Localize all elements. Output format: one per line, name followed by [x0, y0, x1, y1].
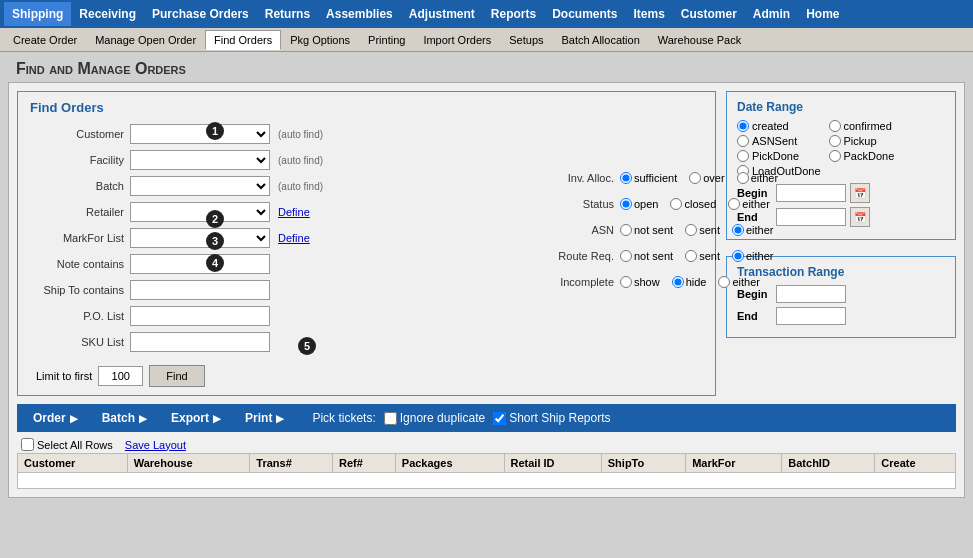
- ship-to-input[interactable]: [130, 280, 270, 300]
- date-confirmed[interactable]: [829, 120, 841, 132]
- customer-auto: (auto find): [278, 129, 323, 140]
- retailer-select[interactable]: [130, 202, 270, 222]
- note-contains-input[interactable]: [130, 254, 270, 274]
- orders-table: Customer Warehouse Trans# Ref# Packages …: [17, 453, 956, 489]
- order-button[interactable]: Order ▶: [21, 407, 90, 429]
- incomplete-hide[interactable]: [672, 276, 684, 288]
- nav-shipping[interactable]: Shipping: [4, 2, 71, 26]
- asn-label: ASN: [500, 219, 620, 241]
- inv-alloc-sufficient[interactable]: [620, 172, 632, 184]
- nav-admin[interactable]: Admin: [745, 2, 798, 26]
- col-create: Create: [875, 454, 956, 473]
- select-all-checkbox[interactable]: [21, 438, 34, 451]
- col-retail-id: Retail ID: [504, 454, 601, 473]
- nav-customer[interactable]: Customer: [673, 2, 745, 26]
- customer-label: Customer: [30, 128, 130, 140]
- trans-end-input[interactable]: [776, 307, 846, 325]
- nav-home[interactable]: Home: [798, 2, 847, 26]
- customer-select[interactable]: [130, 124, 270, 144]
- limit-label: Limit to first: [36, 370, 92, 382]
- subnav-printing[interactable]: Printing: [359, 30, 414, 50]
- nav-items[interactable]: Items: [625, 2, 672, 26]
- subnav-batch-allocation[interactable]: Batch Allocation: [553, 30, 649, 50]
- asn-either[interactable]: [732, 224, 744, 236]
- asn-sent[interactable]: [685, 224, 697, 236]
- col-markfor: MarkFor: [686, 454, 782, 473]
- print-arrow: ▶: [276, 413, 284, 424]
- status-closed[interactable]: [670, 198, 682, 210]
- subnav-import-orders[interactable]: Import Orders: [414, 30, 500, 50]
- asn-not-sent[interactable]: [620, 224, 632, 236]
- retailer-label: Retailer: [30, 206, 130, 218]
- print-button[interactable]: Print ▶: [233, 407, 296, 429]
- route-req-either[interactable]: [732, 250, 744, 262]
- annotation-4: 4: [206, 254, 224, 272]
- nav-reports[interactable]: Reports: [483, 2, 544, 26]
- retailer-define[interactable]: Define: [278, 206, 310, 218]
- po-list-input[interactable]: [130, 306, 270, 326]
- col-batchid: BatchID: [782, 454, 875, 473]
- export-button[interactable]: Export ▶: [159, 407, 233, 429]
- ignore-duplicate-checkbox[interactable]: [384, 412, 397, 425]
- subnav-create-order[interactable]: Create Order: [4, 30, 86, 50]
- inv-alloc-over[interactable]: [689, 172, 701, 184]
- nav-adjustment[interactable]: Adjustment: [401, 2, 483, 26]
- end-date-input[interactable]: [776, 208, 846, 226]
- page-title: Find and Manage Orders: [0, 52, 973, 82]
- markfor-define[interactable]: Define: [278, 232, 310, 244]
- subnav-find-orders[interactable]: Find Orders: [205, 30, 281, 50]
- order-arrow: ▶: [70, 413, 78, 424]
- route-req-sent[interactable]: [685, 250, 697, 262]
- short-ship-reports-checkbox[interactable]: [493, 412, 506, 425]
- facility-select[interactable]: [130, 150, 270, 170]
- date-packdone[interactable]: [829, 150, 841, 162]
- end-calendar-icon[interactable]: 📅: [850, 207, 870, 227]
- find-button[interactable]: Find: [149, 365, 204, 387]
- date-pickup[interactable]: [829, 135, 841, 147]
- sku-list-input[interactable]: [130, 332, 270, 352]
- route-req-label: Route Req.: [500, 245, 620, 267]
- asn-radios: not sent sent either: [620, 224, 773, 236]
- save-layout-link[interactable]: Save Layout: [125, 439, 186, 451]
- subnav-warehouse-pack[interactable]: Warehouse Pack: [649, 30, 750, 50]
- markfor-select[interactable]: [130, 228, 270, 248]
- nav-returns[interactable]: Returns: [257, 2, 318, 26]
- status-either[interactable]: [728, 198, 740, 210]
- subnav-manage-open-order[interactable]: Manage Open Order: [86, 30, 205, 50]
- incomplete-show[interactable]: [620, 276, 632, 288]
- batch-select[interactable]: [130, 176, 270, 196]
- begin-calendar-icon[interactable]: 📅: [850, 183, 870, 203]
- nav-documents[interactable]: Documents: [544, 2, 625, 26]
- ignore-duplicate-label[interactable]: Ignore duplicate: [384, 411, 485, 425]
- markfor-list-label: MarkFor List: [30, 232, 130, 244]
- select-all-label[interactable]: Select All Rows: [21, 438, 113, 451]
- nav-receiving[interactable]: Receiving: [71, 2, 144, 26]
- facility-label: Facility: [30, 154, 130, 166]
- annotation-1: 1: [206, 122, 224, 140]
- ship-to-label: Ship To contains: [30, 284, 130, 296]
- action-bar: Order ▶ Batch ▶ Export ▶ Print ▶ Pick ti…: [17, 404, 956, 432]
- date-packdone-label: PackDone: [844, 150, 895, 162]
- inv-alloc-label: Inv. Alloc.: [500, 167, 620, 189]
- short-ship-reports-label[interactable]: Short Ship Reports: [493, 411, 610, 425]
- status-label: Status: [500, 193, 620, 215]
- begin-date-input[interactable]: [776, 184, 846, 202]
- po-list-label: P.O. List: [30, 310, 130, 322]
- incomplete-either[interactable]: [718, 276, 730, 288]
- subnav-pkg-options[interactable]: Pkg Options: [281, 30, 359, 50]
- nav-assemblies[interactable]: Assemblies: [318, 2, 401, 26]
- status-open[interactable]: [620, 198, 632, 210]
- col-customer: Customer: [18, 454, 128, 473]
- inv-alloc-either[interactable]: [737, 172, 749, 184]
- subnav-setups[interactable]: Setups: [500, 30, 552, 50]
- annotation-2: 2: [206, 210, 224, 228]
- batch-button[interactable]: Batch ▶: [90, 407, 159, 429]
- limit-input[interactable]: [98, 366, 143, 386]
- route-req-not-sent[interactable]: [620, 250, 632, 262]
- incomplete-radios: show hide either: [620, 276, 760, 288]
- date-confirmed-label: confirmed: [844, 120, 892, 132]
- trans-begin-input[interactable]: [776, 285, 846, 303]
- nav-purchase-orders[interactable]: Purchase Orders: [144, 2, 257, 26]
- col-trans: Trans#: [250, 454, 333, 473]
- col-packages: Packages: [395, 454, 504, 473]
